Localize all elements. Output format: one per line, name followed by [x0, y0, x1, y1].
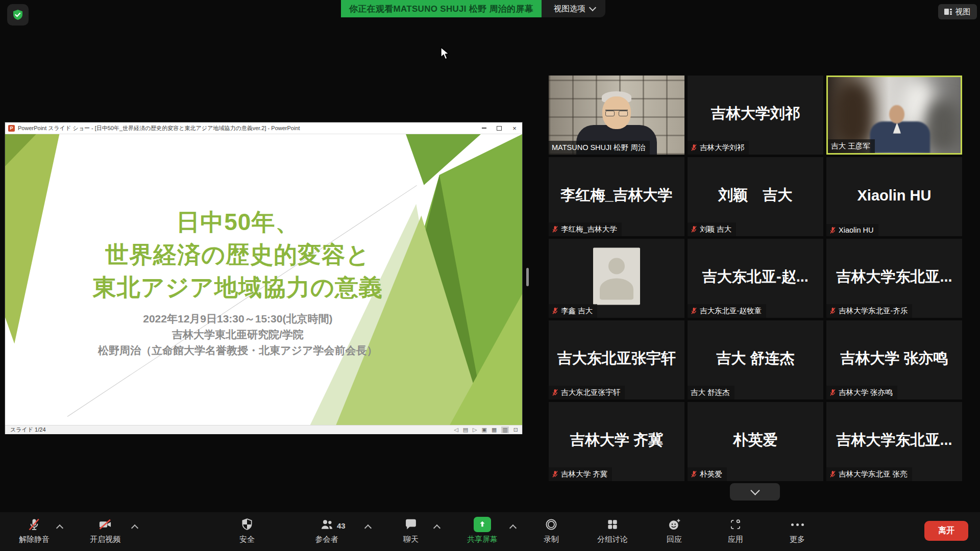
avatar — [593, 247, 640, 305]
participant-tile[interactable]: 李鑫 吉大 — [549, 239, 684, 318]
view-options-dropdown[interactable]: 视图选项 — [542, 0, 605, 17]
participant-label: 李红梅_吉林大学 — [549, 222, 622, 236]
top-bar: 你正在观看MATSUNO SHUJI 松野 周治的屏幕 视图选项 — [341, 0, 605, 17]
chat-options-chevron[interactable] — [433, 524, 440, 532]
participant-name-center: Xiaolin HU — [826, 187, 962, 204]
participant-tile[interactable]: 吉大东北亚张宇轩 吉大东北亚张宇轩 — [549, 320, 684, 399]
participant-label: 吉大东北亚张宇轩 — [549, 386, 625, 399]
reactions-label: 回应 — [667, 535, 682, 544]
participant-tile[interactable]: 朴英爱 朴英爱 — [688, 402, 823, 481]
mic-muted-icon — [552, 470, 558, 478]
participant-name-center: 吉大 舒连杰 — [688, 348, 823, 368]
participant-tile[interactable]: Xiaolin HU Xiaolin HU — [826, 157, 962, 236]
reading-view-icon[interactable]: ▥ — [501, 427, 508, 433]
participant-tile[interactable]: MATSUNO SHUJI 松野 周治 — [549, 76, 684, 155]
start-video-button[interactable]: 开启视频 — [90, 516, 120, 544]
participant-tile[interactable]: 李红梅_吉林大学 李红梅_吉林大学 — [549, 157, 684, 236]
record-icon — [544, 516, 558, 533]
mic-muted-icon — [552, 226, 558, 233]
more-button[interactable]: 更多 — [790, 516, 805, 544]
slide-counter: スライド 1/24 — [10, 426, 46, 434]
participant-name-center: 吉林大学东北亚... — [826, 266, 962, 287]
participant-name-center: 朴英爱 — [688, 430, 823, 450]
participant-name-center: 吉大东北亚-赵... — [688, 266, 823, 287]
security-shield-button[interactable] — [7, 4, 29, 26]
record-button[interactable]: 录制 — [544, 516, 559, 544]
share-options-chevron[interactable] — [509, 524, 517, 532]
restore-button[interactable] — [492, 122, 507, 134]
share-screen-button[interactable]: 共享屏幕 — [467, 516, 498, 544]
participant-name-center: 吉林大学 张亦鸣 — [826, 348, 962, 368]
participant-label: MATSUNO SHUJI 松野 周治 — [549, 141, 650, 155]
camera-off-icon — [97, 516, 113, 533]
shield-check-icon — [12, 9, 24, 21]
video-options-chevron[interactable] — [131, 524, 138, 532]
participant-label: 吉林大学东北亚 张亮 — [826, 467, 912, 481]
slide-title-line3: 東北アジア地域協力の意義 — [5, 271, 471, 304]
breakout-grid-icon — [606, 516, 619, 533]
mic-muted-icon — [829, 470, 836, 478]
slide-subtitle-line3: 松野周治（立命館大学名誉教授・北東アジア学会前会長） — [5, 342, 471, 358]
record-label: 录制 — [544, 535, 559, 544]
participant-label: 吉大 舒连杰 — [688, 386, 734, 399]
leave-meeting-button[interactable]: 离开 — [924, 521, 968, 541]
participant-tile[interactable]: 吉林大学 齐冀 吉林大学 齐冀 — [549, 402, 684, 481]
participant-tile[interactable]: 吉林大学 张亦鸣 吉林大学 张亦鸣 — [826, 320, 962, 399]
apps-icon — [729, 516, 742, 533]
view-button[interactable]: 视图 — [938, 4, 977, 19]
chevron-down-icon — [589, 4, 596, 11]
chevron-down-icon — [750, 486, 760, 495]
slide-title: 日中50年、 世界経済の歴史的変容と 東北アジア地域協力の意義 — [5, 206, 471, 304]
close-button[interactable]: × — [507, 122, 522, 134]
chat-bubble-icon — [404, 516, 418, 533]
normal-view-icon[interactable]: ▣ — [482, 427, 487, 433]
more-dots-icon — [791, 516, 804, 533]
participants-icon — [319, 516, 334, 533]
participant-grid: MATSUNO SHUJI 松野 周治 吉林大学刘祁 吉林大学刘祁 吉大 王彦军… — [549, 76, 962, 481]
participant-tile[interactable]: 吉林大学刘祁 吉林大学刘祁 — [688, 76, 823, 155]
slide-sorter-icon[interactable]: ▦ — [492, 427, 497, 433]
security-label: 安全 — [239, 535, 255, 544]
participants-button[interactable]: 参会者 — [315, 516, 338, 544]
next-slide-icon[interactable]: ▷ — [473, 427, 477, 433]
participant-tile[interactable]: 吉林大学东北亚... 吉林大学东北亚-齐乐 — [826, 239, 962, 318]
participant-tile-active-speaker[interactable]: 吉大 王彦军 — [826, 76, 962, 155]
slideshow-view-icon[interactable]: ⊡ — [513, 427, 518, 433]
minimize-button[interactable] — [476, 122, 492, 134]
mic-muted-icon — [691, 144, 697, 152]
participant-label: 朴英爱 — [688, 467, 727, 481]
grid-scroll-down-button[interactable] — [730, 483, 780, 500]
participant-name-center: 吉林大学东北亚... — [826, 430, 962, 450]
chat-button[interactable]: 聊天 — [403, 516, 419, 544]
slide-subtitle-line2: 吉林大学東北亜研究院/学院 — [5, 327, 471, 342]
security-button[interactable]: 安全 — [239, 516, 255, 544]
mouse-cursor — [440, 47, 451, 60]
unmute-button[interactable]: 解除静音 — [19, 516, 50, 544]
participant-tile[interactable]: 吉大 舒连杰 吉大 舒连杰 — [688, 320, 823, 399]
participant-label: 吉大东北亚-赵牧童 — [688, 304, 766, 318]
prev-slide-icon[interactable]: ◁ — [454, 427, 458, 433]
panel-resize-handle[interactable] — [526, 268, 529, 286]
powerpoint-titlebar[interactable]: P PowerPoint スライド ショー - [日中50年_世界経済の歴史的変… — [5, 122, 522, 134]
participant-label: 吉林大学东北亚-齐乐 — [826, 304, 912, 318]
apps-button[interactable]: 应用 — [728, 516, 743, 544]
smiley-plus-icon — [667, 516, 681, 533]
participant-name-center: 李红梅_吉林大学 — [549, 185, 684, 205]
breakout-rooms-button[interactable]: 分组讨论 — [597, 516, 628, 544]
participant-name-center: 吉大东北亚张宇轩 — [549, 348, 684, 368]
reactions-button[interactable]: 回应 — [667, 516, 682, 544]
participant-label: 吉林大学 张亦鸣 — [826, 386, 897, 399]
participant-name-center: 吉林大学 齐冀 — [549, 430, 684, 450]
mic-muted-icon — [829, 307, 836, 315]
mute-options-chevron[interactable] — [56, 524, 63, 532]
participants-count-badge: 43 — [337, 521, 346, 530]
participants-options-chevron[interactable] — [364, 524, 372, 532]
slide-canvas[interactable]: 日中50年、 世界経済の歴史的変容と 東北アジア地域協力の意義 2022年12月… — [5, 134, 522, 425]
participant-tile[interactable]: 吉林大学东北亚... 吉林大学东北亚 张亮 — [826, 402, 962, 481]
mic-muted-icon — [691, 226, 697, 233]
pen-menu-icon[interactable]: ▤ — [463, 427, 468, 433]
participant-tile[interactable]: 吉大东北亚-赵... 吉大东北亚-赵牧童 — [688, 239, 823, 318]
gallery-view-icon — [944, 9, 952, 15]
participant-tile[interactable]: 刘颖 吉大 刘颖 吉大 — [688, 157, 823, 236]
mic-muted-icon — [829, 227, 836, 234]
